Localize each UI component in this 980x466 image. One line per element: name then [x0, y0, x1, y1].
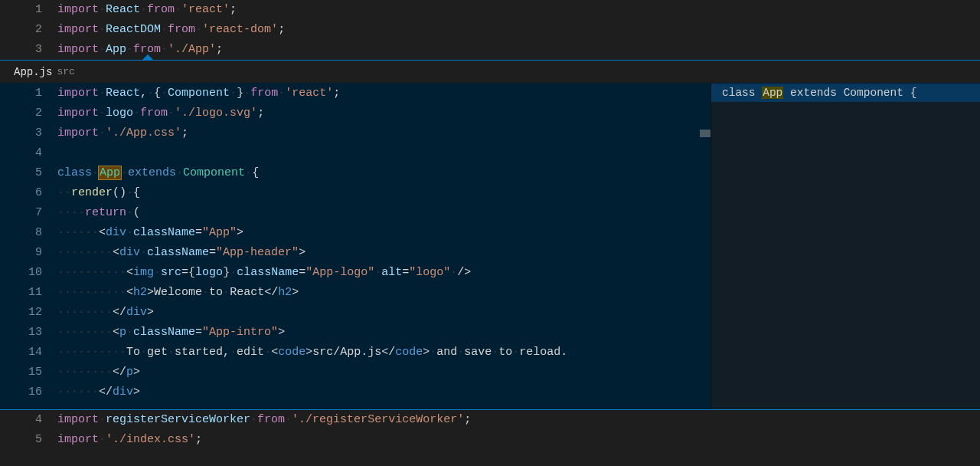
code-line[interactable]: import·React·from·'react';	[57, 0, 980, 20]
line-number: 16	[0, 382, 42, 402]
gutter: 12345678910111213141516	[0, 84, 57, 409]
peek-body: 12345678910111213141516 import·React,·{·…	[0, 84, 980, 409]
code-line[interactable]: ··········<h2>Welcome·to·React</h2>	[57, 283, 710, 303]
symbol-highlight: App	[98, 166, 122, 180]
line-number: 10	[0, 263, 42, 283]
code-line[interactable]: import·ReactDOM·from·'react-dom';	[57, 20, 980, 40]
line-number: 1	[0, 0, 42, 20]
line-number: 9	[0, 243, 42, 263]
peek-editor[interactable]: 12345678910111213141516 import·React,·{·…	[0, 84, 710, 409]
peek-reference-list[interactable]: class App extends Component {	[710, 84, 980, 409]
line-number: 15	[0, 363, 42, 382]
line-number: 14	[0, 343, 42, 363]
peek-definition-panel: App.js src 12345678910111213141516 impor…	[0, 60, 980, 410]
code-line[interactable]: ······<div·className="App">	[57, 223, 710, 243]
code-line[interactable]: ········</div>	[57, 303, 710, 323]
code-area[interactable]: import·React·from·'react';import·ReactDO…	[57, 0, 980, 60]
code-line[interactable]: import·'./index.css';	[57, 430, 980, 450]
code-line[interactable]: ··········<img·src={logo}·className="App…	[57, 263, 710, 283]
line-number: 2	[0, 103, 42, 123]
reference-prefix: class	[722, 87, 762, 99]
code-line[interactable]: ······</div>	[57, 382, 710, 402]
line-number: 2	[0, 20, 42, 40]
line-number: 12	[0, 303, 42, 323]
reference-item[interactable]: class App extends Component {	[711, 84, 980, 102]
outer-editor-top[interactable]: 123 import·React·from·'react';import·Rea…	[0, 0, 980, 60]
code-line[interactable]: import·'./App.css';	[57, 123, 710, 143]
line-number: 4	[0, 143, 42, 163]
outer-editor-bottom[interactable]: 45 import·registerServiceWorker·from·'./…	[0, 410, 980, 450]
line-number: 7	[0, 203, 42, 223]
line-number: 13	[0, 323, 42, 343]
line-number: 8	[0, 223, 42, 243]
line-number: 11	[0, 283, 42, 303]
line-number: 6	[0, 183, 42, 203]
line-number: 4	[0, 410, 42, 430]
reference-suffix: extends Component {	[783, 87, 916, 99]
scroll-indicator[interactable]	[700, 130, 710, 137]
code-line[interactable]	[57, 143, 710, 163]
peek-header[interactable]: App.js src	[0, 61, 980, 84]
code-area[interactable]: import·registerServiceWorker·from·'./reg…	[57, 410, 980, 450]
code-line[interactable]: import·logo·from·'./logo.svg';	[57, 103, 710, 123]
line-number: 1	[0, 84, 42, 103]
code-line[interactable]: ··········To·get·started,·edit·<code>src…	[57, 343, 710, 363]
code-line[interactable]: ········<p·className="App-intro">	[57, 323, 710, 343]
code-area[interactable]: import·React,·{·Component·}·from·'react'…	[57, 84, 710, 409]
code-line[interactable]: import·React,·{·Component·}·from·'react'…	[57, 84, 710, 103]
line-number: 3	[0, 123, 42, 143]
code-line[interactable]: ········<div·className="App-header">	[57, 243, 710, 263]
code-line[interactable]: ····return·(	[57, 203, 710, 223]
code-line[interactable]: ··render()·{	[57, 183, 710, 203]
editor-pane: 123 import·React·from·'react';import·Rea…	[0, 0, 980, 450]
reference-match: App	[762, 87, 783, 99]
gutter: 123	[0, 0, 57, 60]
code-line[interactable]: import·App·from·'./App';	[57, 40, 980, 60]
line-number: 3	[0, 40, 42, 60]
code-line[interactable]: ········</p>	[57, 363, 710, 382]
peek-file-dir: src	[57, 66, 74, 77]
line-number: 5	[0, 163, 42, 183]
code-line[interactable]: class·App·extends·Component·{	[57, 163, 710, 183]
line-number: 5	[0, 430, 42, 450]
peek-pointer-icon	[142, 54, 154, 61]
code-line[interactable]: import·registerServiceWorker·from·'./reg…	[57, 410, 980, 430]
gutter: 45	[0, 410, 57, 450]
peek-file-name: App.js	[14, 66, 52, 78]
